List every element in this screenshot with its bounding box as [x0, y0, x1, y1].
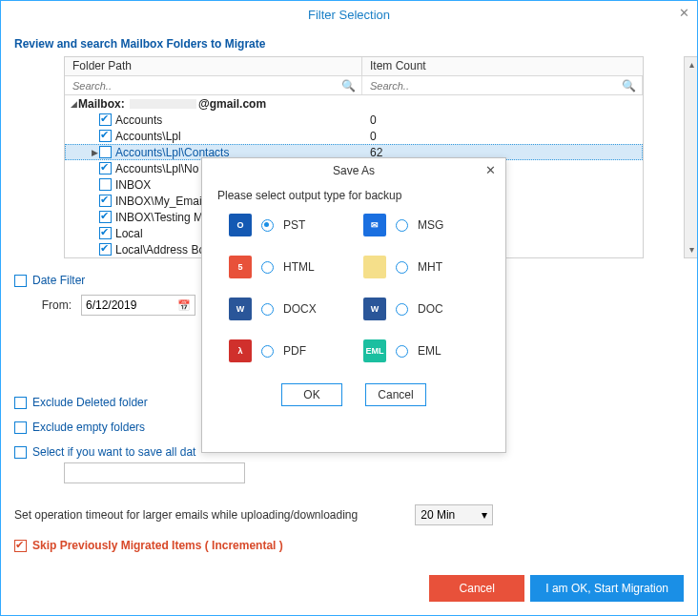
format-label: MHT — [418, 260, 442, 274]
folder-label: INBOX\My_Email — [115, 195, 204, 208]
mailbox-root-row[interactable]: ◢ Mailbox: @gmail.com — [65, 95, 643, 112]
section-header: Review and search Mailbox Folders to Mig… — [14, 37, 684, 51]
exclude-empty-label: Exclude empty folders — [32, 421, 145, 434]
timeout-label: Set operation timeout for larger emails … — [14, 508, 358, 522]
format-label: DOC — [418, 302, 443, 316]
format-label: PST — [283, 218, 305, 232]
expand-icon[interactable]: ▶ — [90, 148, 99, 157]
date-filter-label: Date Filter — [32, 274, 85, 287]
pst-icon: O — [229, 214, 252, 236]
format-option-eml[interactable]: EMLEML — [363, 339, 479, 362]
exclude-deleted-checkbox[interactable] — [14, 397, 27, 409]
folder-label: INBOX\Testing M — [115, 211, 203, 224]
search-icon[interactable]: 🔍 — [622, 79, 636, 92]
tree-row[interactable]: Accounts\Lpl0 — [65, 128, 643, 144]
window-title: Filter Selection — [308, 8, 390, 22]
search-icon[interactable]: 🔍 — [341, 79, 356, 92]
folder-checkbox[interactable] — [99, 195, 112, 207]
dialog-cancel-button[interactable]: Cancel — [365, 383, 426, 406]
timeout-select[interactable]: 20 Min ▾ — [415, 504, 493, 525]
format-label: MSG — [418, 218, 443, 232]
html-icon: 5 — [229, 256, 252, 278]
format-radio[interactable] — [261, 345, 274, 358]
titlebar: Filter Selection ✕ — [1, 1, 697, 28]
pdf-icon: λ — [229, 339, 252, 362]
dialog-title: Save As — [333, 164, 375, 177]
format-radio[interactable] — [261, 219, 274, 232]
calendar-icon[interactable]: 📅 — [177, 299, 191, 312]
format-radio[interactable] — [261, 261, 274, 274]
redacted-block — [130, 99, 196, 109]
mailbox-email: @gmail.com — [198, 97, 266, 111]
cancel-button[interactable]: Cancel — [429, 575, 524, 602]
eml-icon: EML — [363, 339, 386, 362]
vertical-scrollbar[interactable]: ▴ ▾ — [684, 56, 698, 258]
scroll-up-icon[interactable]: ▴ — [689, 57, 694, 72]
format-option-msg[interactable]: ✉MSG — [363, 214, 479, 236]
search-folder-input[interactable] — [71, 79, 327, 92]
format-option-docx[interactable]: WDOCX — [229, 298, 344, 320]
format-radio[interactable] — [396, 303, 408, 316]
folder-checkbox[interactable] — [99, 211, 112, 223]
format-radio[interactable] — [396, 345, 408, 358]
folder-checkbox[interactable] — [99, 227, 112, 239]
format-label: HTML — [283, 260, 315, 274]
folder-label: Local — [115, 227, 143, 240]
start-migration-button[interactable]: I am OK, Start Migration — [530, 575, 684, 602]
folder-checkbox[interactable] — [99, 113, 112, 126]
save-all-label: Select if you want to save all dat — [32, 445, 195, 459]
folder-label: INBOX — [115, 178, 151, 192]
item-count: 0 — [370, 113, 377, 127]
format-label: EML — [418, 344, 441, 358]
format-option-pdf[interactable]: λPDF — [229, 339, 344, 362]
exclude-deleted-label: Exclude Deleted folder — [32, 396, 148, 409]
from-date-value: 6/12/2019 — [86, 298, 136, 312]
from-label: From: — [14, 298, 72, 312]
skip-migrated-checkbox[interactable] — [14, 540, 27, 552]
dialog-subtitle: Please select output type for backup — [202, 183, 505, 214]
dialog-ok-button[interactable]: OK — [281, 383, 342, 406]
msg-icon: ✉ — [363, 214, 386, 236]
folder-checkbox[interactable] — [99, 130, 112, 142]
folder-checkbox[interactable] — [99, 146, 112, 158]
column-folder-path[interactable]: Folder Path — [65, 57, 362, 75]
mht-icon — [363, 256, 386, 278]
folder-checkbox[interactable] — [99, 178, 112, 191]
folder-checkbox[interactable] — [99, 243, 112, 256]
timeout-value: 20 Min — [421, 508, 455, 522]
folder-label: Accounts\Lpl\No — [115, 162, 198, 175]
item-count: 0 — [370, 130, 377, 143]
exclude-empty-checkbox[interactable] — [14, 421, 27, 434]
save-as-dialog: Save As ✕ Please select output type for … — [201, 157, 506, 453]
chevron-down-icon: ▾ — [482, 508, 487, 522]
format-option-pst[interactable]: OPST — [229, 214, 344, 236]
docx-icon: W — [229, 298, 252, 320]
format-option-mht[interactable]: MHT — [363, 256, 479, 278]
column-item-count[interactable]: Item Count — [362, 57, 643, 75]
save-all-checkbox[interactable] — [14, 446, 27, 459]
dialog-close-icon[interactable]: ✕ — [485, 163, 496, 177]
format-option-html[interactable]: 5HTML — [229, 256, 344, 278]
skip-migrated-label: Skip Previously Migrated Items ( Increme… — [32, 539, 283, 552]
folder-checkbox[interactable] — [99, 162, 112, 175]
search-count-input[interactable] — [368, 79, 609, 92]
date-filter-checkbox[interactable] — [14, 275, 27, 287]
folder-label: Accounts\Lpl — [115, 130, 181, 143]
folder-label: Local\Address Bo — [115, 243, 205, 257]
scroll-down-icon[interactable]: ▾ — [689, 242, 694, 257]
tree-row[interactable]: Accounts0 — [65, 112, 643, 128]
close-icon[interactable]: ✕ — [679, 6, 689, 20]
mailbox-label: Mailbox: — [78, 97, 125, 111]
folder-label: Accounts — [115, 113, 162, 127]
collapse-icon[interactable]: ◢ — [69, 99, 78, 109]
save-path-input[interactable] — [64, 462, 245, 483]
format-option-doc[interactable]: WDOC — [363, 298, 479, 320]
format-radio[interactable] — [396, 261, 408, 274]
format-radio[interactable] — [396, 219, 408, 232]
format-label: DOCX — [283, 302, 317, 316]
format-radio[interactable] — [261, 303, 274, 316]
doc-icon: W — [363, 298, 386, 320]
from-date-input[interactable]: 6/12/2019 📅 — [81, 295, 195, 316]
format-label: PDF — [283, 344, 306, 358]
